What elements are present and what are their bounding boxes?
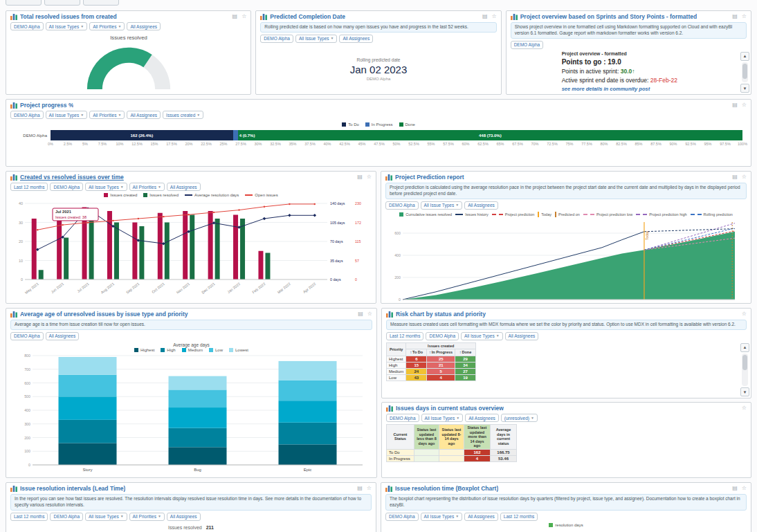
chart-toggle-icon[interactable]: ▤ — [357, 486, 363, 491]
chart-toggle-icon[interactable]: ▤ — [732, 174, 738, 180]
filter-button[interactable]: All Issue Types▼ — [295, 35, 338, 43]
filter-button[interactable]: (unresolved)▼ — [501, 414, 538, 422]
filter-button[interactable]: All Issue Types▼ — [461, 332, 503, 340]
filter-button[interactable]: All Priorities▼ — [89, 22, 125, 30]
filter-button[interactable]: All Priorities▼ — [129, 183, 165, 191]
filter-button[interactable]: DEMO Alpha — [386, 414, 419, 422]
column-header[interactable]: ↕In Progress — [427, 349, 455, 356]
column-header[interactable]: Current Status — [387, 425, 414, 450]
scroll-thumb[interactable] — [742, 64, 747, 79]
filter-button[interactable]: DEMO Alpha — [50, 513, 83, 521]
page-tab[interactable] — [6, 0, 42, 6]
legend-item[interactable]: To Do — [342, 122, 359, 127]
favorite-star-icon[interactable]: ☆ — [742, 311, 747, 317]
favorite-star-icon[interactable]: ☆ — [742, 174, 747, 180]
chart-toggle-icon[interactable]: ▤ — [732, 102, 738, 108]
column-header[interactable]: Status last updated 8-14 days ago — [439, 425, 464, 450]
progress-segment[interactable]: 448 (73.0%) — [238, 130, 742, 140]
filter-button[interactable]: DEMO Alpha — [426, 332, 459, 340]
panel-title[interactable]: Risk chart by status and priority — [396, 311, 486, 318]
progress-segment[interactable]: 162 (26.4%) — [51, 130, 233, 140]
legend-item[interactable]: In Progress — [365, 122, 393, 127]
panel-title[interactable]: Issues days in current status overview — [396, 405, 504, 412]
filter-button[interactable]: All Priorities▼ — [89, 111, 125, 119]
legend-item[interactable]: Medium — [182, 348, 203, 352]
filter-button[interactable]: All Assignees — [339, 35, 373, 43]
legend-item[interactable]: Lowest — [229, 348, 248, 352]
filter-button[interactable]: All Assignees — [127, 111, 161, 119]
filter-button[interactable]: All Priorities▼ — [129, 513, 165, 521]
legend-item[interactable]: Issues history — [455, 212, 489, 217]
favorite-star-icon[interactable]: ☆ — [742, 486, 747, 491]
panel-title[interactable]: Average age of unresolved issues by issu… — [20, 311, 188, 318]
filter-button[interactable]: DEMO Alpha — [10, 332, 44, 340]
legend-item[interactable]: High — [161, 348, 175, 352]
favorite-star-icon[interactable]: ☆ — [742, 14, 747, 19]
legend-item[interactable]: Done — [399, 122, 415, 127]
filter-button[interactable]: All Assignees — [46, 332, 80, 340]
column-header[interactable]: ↕Done — [455, 349, 476, 356]
scroll-track[interactable] — [742, 62, 748, 82]
panel-title[interactable]: Predicted Completion Date — [270, 13, 345, 20]
favorite-star-icon[interactable]: ☆ — [742, 405, 747, 411]
chart-toggle-icon[interactable]: ▤ — [357, 174, 363, 180]
community-post-link[interactable]: see more details in community post — [562, 86, 736, 92]
favorite-star-icon[interactable]: ☆ — [367, 311, 372, 317]
filter-button[interactable]: DEMO Alpha — [385, 513, 419, 521]
filter-button[interactable]: All Assignees — [167, 183, 201, 191]
column-header[interactable]: Status last updated more than 14 days ag… — [464, 425, 491, 450]
legend-item[interactable]: Rolling prediction — [691, 212, 733, 217]
scroll-down-icon[interactable]: ▼ — [740, 387, 749, 396]
panel-title[interactable]: Issue resolution time (Boxplot Chart) — [395, 485, 498, 492]
legend-item[interactable]: Open issues — [245, 193, 277, 197]
column-header[interactable]: Average days in current status — [491, 425, 517, 450]
legend-item[interactable]: Issues resolved — [143, 193, 179, 197]
panel-title[interactable]: Project Prediction report — [395, 174, 464, 181]
favorite-star-icon[interactable]: ☆ — [367, 486, 372, 491]
scroll-down-icon[interactable]: ▼ — [740, 84, 749, 93]
filter-button[interactable]: DEMO Alpha — [260, 35, 293, 43]
page-tab[interactable] — [44, 0, 80, 6]
filter-button[interactable]: All Assignees — [505, 332, 539, 340]
scroll-up-icon[interactable]: ▲ — [740, 343, 749, 352]
filter-button[interactable]: Last 12 months — [10, 513, 48, 521]
panel-title[interactable]: Issue resolution intervals (Lead Time) — [20, 485, 125, 492]
filter-button[interactable]: All Assignees — [127, 22, 161, 30]
chart-toggle-icon[interactable]: ▤ — [732, 486, 738, 491]
chart-toggle-icon[interactable]: ▤ — [732, 14, 738, 19]
filter-button[interactable]: All Issue Types▼ — [421, 414, 464, 422]
legend-item[interactable]: Project prediction high — [636, 212, 686, 217]
filter-button[interactable]: All Assignees — [464, 513, 498, 521]
page-tab[interactable] — [83, 0, 119, 6]
filter-button[interactable]: All Issue Types▼ — [46, 111, 88, 119]
favorite-star-icon[interactable]: ☆ — [367, 174, 372, 180]
column-header[interactable]: Priority — [387, 342, 406, 356]
filter-button[interactable]: DEMO Alpha — [50, 183, 83, 191]
sort-icon[interactable]: ↕ — [459, 350, 462, 354]
legend-item[interactable]: Predicted on — [555, 212, 580, 217]
scroll-track[interactable] — [742, 354, 748, 386]
favorite-star-icon[interactable]: ☆ — [491, 14, 496, 19]
filter-button[interactable]: Last 12 months — [10, 183, 48, 191]
legend-item[interactable]: Average resolution days — [185, 193, 239, 197]
chart-toggle-icon[interactable]: ▤ — [482, 14, 488, 19]
filter-button[interactable]: DEMO Alpha — [10, 111, 44, 119]
filter-button[interactable]: All Issue Types▼ — [85, 513, 127, 521]
column-header[interactable]: ↕To Do — [406, 349, 427, 356]
favorite-star-icon[interactable]: ☆ — [742, 102, 747, 108]
legend-item[interactable]: Highest — [134, 348, 154, 352]
filter-button[interactable]: Issues created▼ — [163, 111, 203, 119]
filter-button[interactable]: DEMO Alpha — [10, 22, 44, 30]
legend-item[interactable]: Project prediction low — [583, 212, 632, 217]
panel-title[interactable]: Project overview based on Sprints and St… — [520, 13, 697, 20]
scroll-thumb[interactable] — [742, 355, 747, 370]
progress-segment[interactable]: 4 (0.7%) — [233, 130, 238, 140]
filter-button[interactable]: DEMO Alpha — [385, 201, 419, 210]
legend-item[interactable]: resolution days — [549, 523, 583, 527]
filter-button[interactable]: All Assignees — [465, 414, 499, 422]
filter-button[interactable]: Last 12 months — [386, 332, 423, 340]
chart-toggle-icon[interactable]: ▤ — [232, 14, 238, 19]
sort-icon[interactable]: ↕ — [429, 350, 431, 354]
filter-button[interactable]: Last 12 months — [500, 513, 538, 521]
legend-item[interactable]: Low — [209, 348, 223, 352]
